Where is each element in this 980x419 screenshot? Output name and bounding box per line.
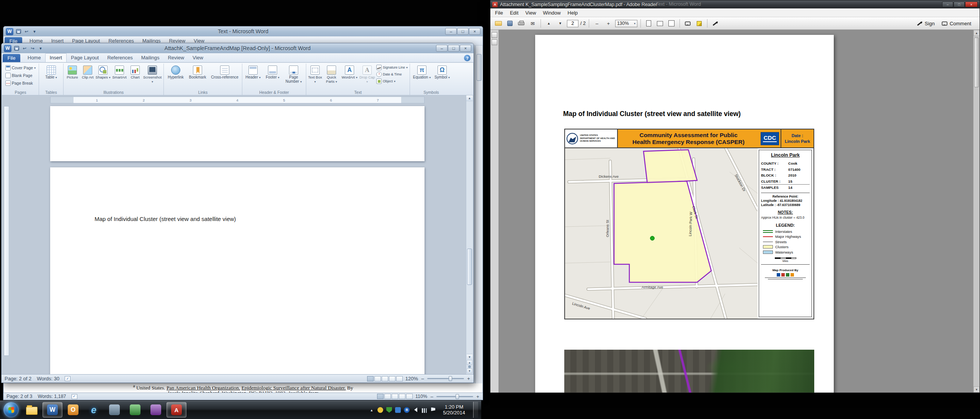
scrollbar-thumb[interactable] — [974, 38, 979, 87]
chart-button[interactable]: Chart — [128, 64, 142, 80]
footer-button[interactable]: Footer ▾ — [263, 64, 282, 80]
zoom-out-icon[interactable]: – — [430, 394, 434, 399]
outline-view-button[interactable] — [399, 394, 405, 399]
minimize-button[interactable]: – — [445, 28, 457, 35]
select-browse-object-button[interactable] — [468, 365, 471, 368]
zoom-in-icon[interactable]: + — [476, 394, 480, 399]
word-app-icon[interactable]: W — [6, 28, 13, 35]
fit-width-view-button[interactable] — [655, 19, 665, 28]
taskbar-item-word[interactable]: W — [42, 402, 62, 417]
minimize-button[interactable]: – — [942, 2, 953, 7]
horizontal-ruler[interactable]: 1234567 — [50, 97, 425, 103]
fullscreen-view-button[interactable] — [374, 376, 381, 381]
undo-icon[interactable]: ↩ — [21, 45, 28, 51]
menu-window[interactable]: Window — [539, 10, 564, 16]
vertical-ruler[interactable] — [4, 106, 9, 356]
page-number-input[interactable] — [567, 20, 578, 27]
tray-status-icon[interactable] — [377, 407, 383, 413]
action-center-flag-icon[interactable] — [430, 407, 436, 413]
zoom-slider[interactable] — [436, 396, 473, 397]
close-button[interactable]: × — [469, 28, 480, 35]
zoom-in-icon[interactable]: + — [467, 376, 470, 381]
page-indicator[interactable]: Page: 2 of 3 — [7, 394, 32, 399]
tab-mailings[interactable]: Mailings — [137, 54, 164, 62]
equation-button[interactable]: π Equation ▾ — [411, 64, 433, 80]
taskbar-item-app5[interactable] — [105, 402, 124, 417]
zoom-slider-thumb[interactable] — [456, 394, 459, 399]
menu-view[interactable]: View — [522, 10, 539, 16]
symbol-button[interactable]: Ω Symbol ▾ — [433, 64, 451, 80]
clip-art-button[interactable]: Clip Art — [80, 64, 95, 80]
save-button[interactable] — [505, 19, 514, 28]
tray-app-icon[interactable] — [395, 407, 401, 413]
single-page-view-button[interactable] — [644, 19, 653, 28]
word-app-icon[interactable]: W — [4, 45, 11, 52]
fullscreen-view-button[interactable] — [384, 394, 391, 399]
bluetooth-icon[interactable]: B — [404, 407, 410, 413]
comment-pane-button[interactable]: Comment — [942, 21, 971, 26]
wordart-button[interactable]: A WordArt ▾ — [340, 64, 359, 80]
comment-bubble-button[interactable] — [683, 19, 693, 28]
blank-page-button[interactable]: Blank Page — [5, 72, 36, 79]
taskbar-item-internet-explorer[interactable]: e — [84, 402, 104, 417]
next-page-button[interactable]: ▼ — [555, 19, 565, 28]
table-button[interactable]: Table ▾ — [41, 64, 62, 80]
tab-view[interactable]: View — [188, 54, 207, 62]
outline-view-button[interactable] — [389, 376, 395, 381]
smartart-button[interactable]: SmartArt — [111, 64, 128, 80]
word-bg-scrollbar-thumb[interactable] — [477, 54, 482, 81]
taskbar-item-explorer[interactable] — [22, 402, 42, 417]
next-page-button[interactable]: ▼ — [467, 368, 472, 373]
pdf-page[interactable]: Map of Individual Cluster (street view a… — [535, 35, 834, 393]
word-fg-scrollbar[interactable]: ▲ ▼ ▲ ▼ — [466, 95, 473, 374]
open-button[interactable] — [493, 19, 503, 28]
close-button[interactable]: × — [965, 2, 978, 7]
zoom-in-button[interactable]: + — [604, 19, 613, 28]
tab-page-layout[interactable]: Page Layout — [67, 54, 103, 62]
document-page-2[interactable]: Map of Individual Cluster (street view a… — [50, 167, 425, 374]
print-layout-view-button[interactable] — [377, 394, 384, 399]
draft-view-button[interactable] — [406, 394, 413, 399]
previous-page-button[interactable]: ▲ — [544, 19, 554, 28]
show-desktop-button[interactable] — [473, 402, 478, 418]
screenshot-button[interactable]: Screenshot ▾ — [142, 64, 162, 84]
taskbar-item-outlook[interactable]: O — [63, 402, 83, 417]
show-hidden-icons-chevron[interactable]: ▴ — [369, 407, 374, 413]
web-layout-view-button[interactable] — [382, 376, 388, 381]
scroll-down-arrow[interactable]: ▼ — [467, 354, 472, 360]
signature-line-button[interactable]: Signature Line▾ — [376, 64, 408, 70]
taskbar-item-app7[interactable] — [146, 402, 166, 417]
drop-cap-button[interactable]: A Drop Cap ▾ — [359, 64, 375, 84]
date-time-button[interactable]: Date & Time — [376, 71, 408, 77]
zoom-level[interactable]: 120% — [405, 376, 418, 381]
tab-review[interactable]: Review — [163, 54, 188, 62]
zoom-out-button[interactable]: – — [592, 19, 602, 28]
zoom-level[interactable]: 110% — [415, 394, 427, 399]
maximize-button[interactable]: □ — [457, 28, 469, 35]
taskbar-item-adobe-reader[interactable]: A — [167, 402, 186, 417]
page-number-button[interactable]: Page Number ▾ — [283, 64, 305, 84]
sign-pane-button[interactable]: Sign — [917, 21, 935, 26]
spellcheck-icon[interactable]: ✓ — [65, 376, 70, 381]
cover-page-button[interactable]: Cover Page▾ — [5, 64, 36, 71]
maximize-button[interactable]: □ — [954, 2, 965, 7]
highlight-button[interactable] — [694, 19, 704, 28]
security-shield-icon[interactable] — [386, 407, 392, 413]
web-layout-view-button[interactable] — [392, 394, 398, 399]
zoom-level-dropdown[interactable]: 130%▾ — [615, 20, 637, 27]
tab-home[interactable]: Home — [23, 54, 45, 62]
cross-reference-button[interactable]: Cross-reference — [209, 64, 241, 80]
hyperlink-button[interactable]: Hyperlink — [165, 64, 186, 80]
page-indicator[interactable]: Page: 2 of 2 — [5, 376, 31, 381]
save-icon[interactable] — [15, 28, 21, 34]
word-count[interactable]: Words: 30 — [37, 376, 59, 381]
text-box-button[interactable]: Text Box ▾ — [307, 64, 323, 84]
maximize-button[interactable]: □ — [448, 45, 459, 52]
word-count[interactable]: Words: 1,187 — [38, 394, 66, 399]
save-icon[interactable] — [13, 45, 20, 51]
taskbar-item-app6[interactable] — [125, 402, 145, 417]
signature-pen-button[interactable] — [710, 19, 720, 28]
scrollbar-thumb[interactable] — [467, 249, 472, 285]
page-break-button[interactable]: Page Break — [5, 80, 36, 87]
bookmarks-panel-icon[interactable] — [492, 39, 497, 45]
